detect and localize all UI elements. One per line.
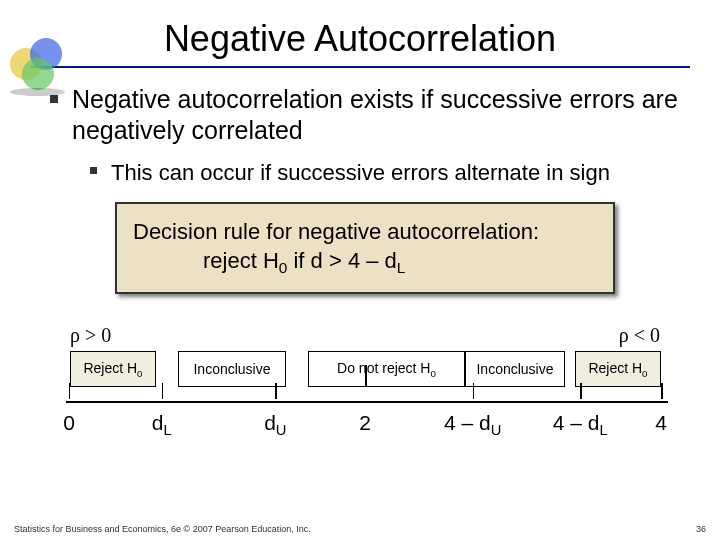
slide-content: Negative autocorrelation exists if succe… <box>0 74 720 443</box>
rho-labels: ρ > 0 ρ < 0 <box>50 310 680 351</box>
number-line: 0 dL dU 2 4 – dU 4 – dL 4 <box>66 387 664 443</box>
axis-line <box>66 401 668 403</box>
slide-footer: Statistics for Business and Economics, 6… <box>14 524 706 534</box>
bullet-sub-text: This can occur if successive errors alte… <box>111 159 610 187</box>
region-reject-right: Reject H0 <box>575 351 661 387</box>
decision-rule-box: Decision rule for negative autocorrelati… <box>115 202 615 294</box>
rule-sub2: L <box>397 259 406 276</box>
axis-4dU: 4 – dU <box>444 411 501 438</box>
rule-mid: if d > 4 – d <box>287 248 396 273</box>
bullet-icon <box>90 167 97 174</box>
axis-dL: dL <box>152 411 172 438</box>
rule-line-2: reject H0 if d > 4 – dL <box>133 248 597 277</box>
region-do-not-reject: Do not reject H0 <box>308 351 465 387</box>
slide-header: Negative Autocorrelation <box>30 0 690 68</box>
footer-page: 36 <box>696 524 706 534</box>
axis-dU: dU <box>264 411 286 438</box>
rho-left: ρ > 0 <box>70 324 111 347</box>
axis-0: 0 <box>63 411 75 435</box>
axis-4: 4 <box>655 411 667 435</box>
slide-title: Negative Autocorrelation <box>30 18 690 60</box>
axis-4dL: 4 – dL <box>553 411 608 438</box>
bullet-main-text: Negative autocorrelation exists if succe… <box>72 84 680 147</box>
region-inconclusive-right: Inconclusive <box>465 351 565 387</box>
region-reject-left: Reject H0 <box>70 351 156 387</box>
rule-line-1: Decision rule for negative autocorrelati… <box>133 219 597 245</box>
footer-left: Statistics for Business and Economics, 6… <box>14 524 311 534</box>
region-inconclusive-left: Inconclusive <box>178 351 286 387</box>
axis-2: 2 <box>359 411 371 435</box>
rho-right: ρ < 0 <box>619 324 660 347</box>
bullet-main: Negative autocorrelation exists if succe… <box>50 84 680 147</box>
logo-circles <box>10 28 80 88</box>
bullet-sub: This can occur if successive errors alte… <box>90 159 680 187</box>
bullet-icon <box>50 95 58 103</box>
rule-prefix: reject H <box>203 248 279 273</box>
